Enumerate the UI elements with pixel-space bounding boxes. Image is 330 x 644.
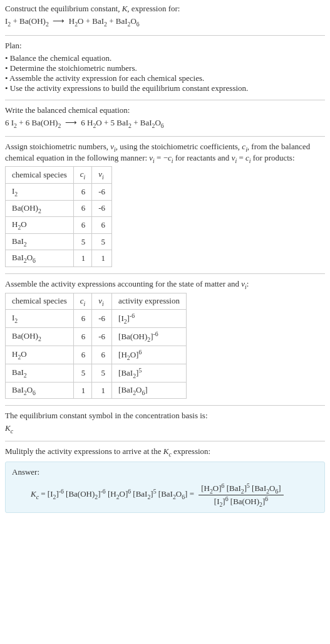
cell-ci: 6 — [73, 328, 92, 346]
col-ci: ci — [73, 167, 92, 184]
balanced-equation: 6 I2 + 6 Ba(OH)2 ⟶ 6 H2O + 5 BaI2 + BaI2… — [5, 118, 325, 129]
plan-item: Use the activity expressions to build th… — [5, 83, 325, 93]
kc-fraction: [H2O]6 [BaI2]5 [BaI2O6] [I2]6 [Ba(OH)2]6 — [199, 482, 283, 508]
plan-item: Assemble the activity expression for eac… — [5, 73, 325, 83]
kc-expression: Kc = [I2]-6 [Ba(OH)2]-6 [H2O]6 [BaI2]5 [… — [12, 482, 318, 508]
plan-section: Plan: Balance the chemical equation. Det… — [5, 35, 325, 100]
activity-table: chemical species ci νi activity expressi… — [5, 293, 187, 399]
prompt-equation: I2 + Ba(OH)2 ⟶ H2O + BaI2 + BaI2O6 — [5, 16, 325, 28]
final-heading: Mulitply the activity expressions to arr… — [5, 446, 325, 458]
table-row: Ba(OH)2 6 -6 — [6, 200, 112, 217]
cell-species: H2O — [6, 217, 74, 234]
cell-vi: -6 — [92, 328, 112, 346]
cell-ci: 1 — [73, 382, 92, 399]
table-header-row: chemical species ci νi — [6, 167, 112, 184]
plan-item: Balance the chemical equation. — [5, 53, 325, 63]
cell-vi: -6 — [92, 310, 112, 328]
cell-ci: 6 — [73, 200, 92, 217]
stoich-section: Assign stoichiometric numbers, νi, using… — [5, 136, 325, 273]
stoich-heading: Assign stoichiometric numbers, νi, using… — [5, 142, 325, 164]
cell-ci: 6 — [73, 183, 92, 200]
cell-ci: 1 — [73, 250, 92, 267]
table-row: Ba(OH)2 6 -6 [Ba(OH)2]-6 — [6, 328, 187, 346]
table-row: BaI2 5 5 — [6, 233, 112, 250]
col-vi: νi — [92, 167, 112, 184]
table-row: H2O 6 6 [H2O]6 — [6, 346, 187, 364]
table-row: BaI2O6 1 1 [BaI2O6] — [6, 382, 187, 399]
col-species: chemical species — [6, 293, 74, 310]
table-row: BaI2 5 5 [BaI2]5 — [6, 364, 187, 382]
balanced-section: Write the balanced chemical equation: 6 … — [5, 100, 325, 137]
symbol-heading: The equilibrium constant symbol in the c… — [5, 411, 325, 421]
cell-species: BaI2O6 — [6, 382, 74, 399]
cell-species: H2O — [6, 346, 74, 364]
table-row: BaI2O6 1 1 — [6, 250, 112, 267]
cell-ci: 6 — [73, 217, 92, 234]
balanced-heading: Write the balanced chemical equation: — [5, 105, 325, 115]
symbol-value: Kc — [5, 423, 325, 435]
cell-species: Ba(OH)2 — [6, 328, 74, 346]
cell-vi: 6 — [92, 217, 112, 234]
prompt-heading: Construct the equilibrium constant, K, e… — [5, 4, 325, 14]
cell-expr: [H2O]6 — [112, 346, 187, 364]
cell-expr: [Ba(OH)2]-6 — [112, 328, 187, 346]
stoich-table: chemical species ci νi I2 6 -6 Ba(OH)2 6… — [5, 166, 112, 267]
answer-label: Answer: — [12, 467, 318, 477]
cell-vi: -6 — [92, 200, 112, 217]
kc-denominator: [I2]6 [Ba(OH)2]6 — [199, 495, 283, 508]
table-row: I2 6 -6 [I2]-6 — [6, 310, 187, 328]
plan-item: Determine the stoichiometric numbers. — [5, 63, 325, 73]
cell-vi: 1 — [92, 382, 112, 399]
cell-expr: [BaI2O6] — [112, 382, 187, 399]
symbol-section: The equilibrium constant symbol in the c… — [5, 405, 325, 441]
cell-species: Ba(OH)2 — [6, 200, 74, 217]
cell-vi: 6 — [92, 346, 112, 364]
cell-ci: 6 — [73, 310, 92, 328]
cell-vi: 1 — [92, 250, 112, 267]
table-row: I2 6 -6 — [6, 183, 112, 200]
cell-species: BaI2 — [6, 233, 74, 250]
cell-species: I2 — [6, 183, 74, 200]
cell-ci: 5 — [73, 364, 92, 382]
cell-species: BaI2O6 — [6, 250, 74, 267]
cell-species: I2 — [6, 310, 74, 328]
prompt-section: Construct the equilibrium constant, K, e… — [5, 4, 325, 35]
table-header-row: chemical species ci νi activity expressi… — [6, 293, 187, 310]
plan-list: Balance the chemical equation. Determine… — [5, 53, 325, 93]
cell-species: BaI2 — [6, 364, 74, 382]
kc-numerator: [H2O]6 [BaI2]5 [BaI2O6] — [199, 482, 283, 495]
cell-ci: 5 — [73, 233, 92, 250]
col-species: chemical species — [6, 167, 74, 184]
col-expr: activity expression — [112, 293, 187, 310]
cell-expr: [BaI2]5 — [112, 364, 187, 382]
activity-section: Assemble the activity expressions accoun… — [5, 273, 325, 405]
final-section: Mulitply the activity expressions to arr… — [5, 441, 325, 519]
answer-box: Answer: Kc = [I2]-6 [Ba(OH)2]-6 [H2O]6 [… — [5, 462, 325, 514]
cell-expr: [I2]-6 — [112, 310, 187, 328]
cell-vi: -6 — [92, 183, 112, 200]
table-row: H2O 6 6 — [6, 217, 112, 234]
col-ci: ci — [73, 293, 92, 310]
cell-ci: 6 — [73, 346, 92, 364]
cell-vi: 5 — [92, 233, 112, 250]
col-vi: νi — [92, 293, 112, 310]
plan-heading: Plan: — [5, 41, 325, 51]
cell-vi: 5 — [92, 364, 112, 382]
activity-heading: Assemble the activity expressions accoun… — [5, 279, 325, 290]
